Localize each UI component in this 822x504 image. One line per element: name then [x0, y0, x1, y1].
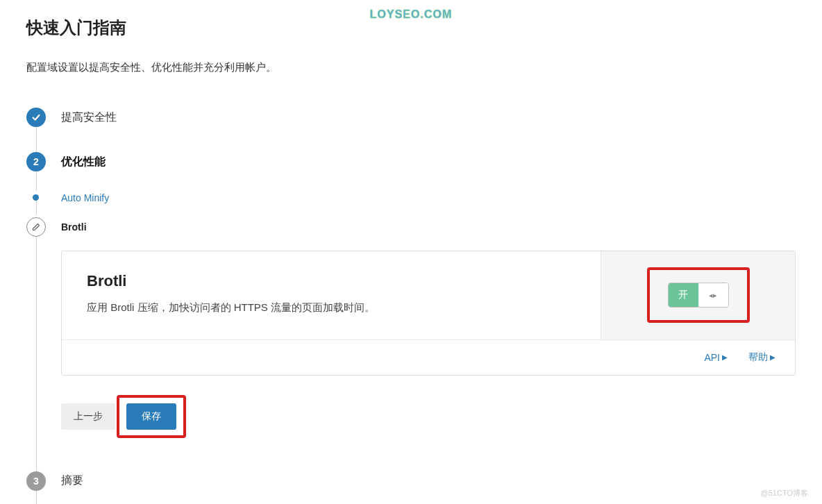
brotli-card: Brotli 应用 Brotli 压缩，加快访问者的 HTTPS 流量的页面加载… [61, 251, 796, 376]
dot-icon [26, 188, 46, 208]
watermark-top: LOYSEO.COM [370, 8, 452, 21]
brotli-toggle[interactable]: 开 ◂▸ [668, 283, 729, 308]
card-description: 应用 Brotli 压缩，加快访问者的 HTTPS 流量的页面加载时间。 [87, 300, 576, 316]
check-icon [26, 108, 46, 127]
caret-right-icon: ▶ [770, 353, 775, 361]
api-link-label: API [704, 352, 720, 363]
step-security[interactable]: 提高安全性 [26, 108, 796, 127]
step-performance-label: 优化性能 [61, 155, 106, 169]
substep-brotli-label: Brotli [61, 221, 87, 233]
toggle-on-label: 开 [669, 283, 698, 307]
help-link-label: 帮助 [748, 351, 768, 364]
prev-button[interactable]: 上一步 [61, 403, 115, 430]
step-performance[interactable]: 2 优化性能 [26, 152, 796, 171]
api-link[interactable]: API ▶ [704, 351, 728, 364]
substep-auto-minify[interactable]: Auto Minify [26, 188, 796, 208]
toggle-handle-icon: ◂▸ [698, 283, 728, 307]
step-number-icon: 2 [26, 152, 46, 171]
caret-right-icon: ▶ [722, 353, 728, 361]
substep-auto-minify-label: Auto Minify [61, 192, 109, 203]
save-button[interactable]: 保存 [126, 403, 176, 430]
step-number-icon: 3 [26, 471, 46, 491]
page-subtitle: 配置域设置以提高安全性、优化性能并充分利用帐户。 [26, 61, 796, 74]
card-title: Brotli [87, 272, 576, 290]
substep-brotli[interactable]: Brotli [26, 217, 796, 237]
toggle-highlight-box: 开 ◂▸ [647, 267, 750, 323]
step-connector [36, 127, 37, 153]
step-summary-label: 摘要 [61, 473, 83, 488]
step-security-label: 提高安全性 [61, 110, 117, 125]
help-link[interactable]: 帮助 ▶ [748, 351, 775, 364]
save-highlight-box: 保存 [117, 395, 186, 438]
step-connector [36, 223, 37, 504]
pencil-icon [26, 217, 46, 237]
step-summary[interactable]: 3 摘要 [26, 471, 796, 491]
